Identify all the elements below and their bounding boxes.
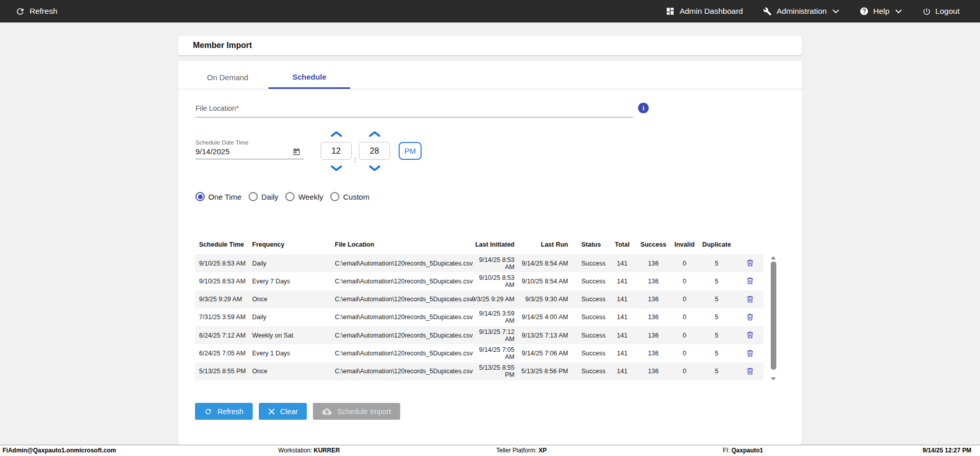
admin-dashboard-link[interactable]: Admin Dashboard — [666, 7, 743, 16]
page-title-card: Member Import — [178, 36, 802, 55]
cell-frequency: Every 1 Days — [250, 344, 332, 362]
cell-frequency: Once — [250, 363, 332, 380]
recurrence-options: One Time Daily Weekly Custom — [195, 192, 802, 201]
cell-file-location: C:\email\Automation\120records_5Dupicate… — [332, 326, 471, 344]
tab-schedule[interactable]: Schedule — [268, 66, 350, 89]
cell-duplicate: 5 — [697, 326, 736, 344]
help-label: Help — [873, 7, 890, 16]
hour-increment-button[interactable] — [330, 130, 343, 138]
delete-row-button[interactable] — [745, 275, 755, 286]
delete-row-button[interactable] — [745, 294, 755, 305]
minute-decrement-button[interactable] — [368, 164, 381, 172]
cell-success: 136 — [635, 363, 672, 380]
refresh-button[interactable]: Refresh — [195, 403, 253, 420]
cell-invalid: 0 — [672, 363, 697, 380]
delete-row-button[interactable] — [745, 329, 755, 341]
radio-one-time[interactable]: One Time — [195, 192, 241, 201]
help-menu[interactable]: Help — [860, 7, 902, 16]
table-row: 9/10/25 8:53 AM Daily C:\email\Automatio… — [195, 254, 764, 272]
cell-duplicate: 5 — [697, 363, 736, 380]
clear-button-label: Clear — [280, 407, 298, 416]
cell-schedule-time: 9/10/25 8:53 AM — [195, 272, 250, 290]
workstation-label: Workstation: — [278, 447, 312, 454]
delete-row-button[interactable] — [745, 348, 755, 359]
hour-decrement-button[interactable] — [330, 164, 343, 172]
col-frequency: Frequency — [250, 241, 332, 254]
teller-platform-label: Teller Platform: — [496, 447, 537, 454]
minute-input[interactable]: 28 — [359, 142, 390, 160]
refresh-button-label: Refresh — [217, 407, 243, 416]
schedule-date-value: 9/14/2025 — [195, 147, 230, 156]
table-scrollbar[interactable] — [770, 256, 776, 380]
schedule-import-button-label: Schedule Import — [337, 407, 391, 416]
time-colon: : — [352, 155, 359, 164]
administration-menu[interactable]: Administration — [763, 7, 839, 16]
cell-total: 141 — [609, 308, 635, 326]
cell-invalid: 0 — [672, 326, 697, 344]
scrollbar-thumb[interactable] — [771, 261, 776, 370]
delete-row-button[interactable] — [745, 366, 755, 377]
cell-schedule-time: 9/3/25 9:29 AM — [195, 291, 250, 308]
cell-invalid: 0 — [672, 308, 697, 326]
cell-total: 141 — [609, 326, 635, 344]
cell-frequency: Daily — [250, 308, 332, 326]
delete-row-button[interactable] — [745, 311, 755, 323]
cell-file-location: C:\email\Automation\120records_5Dupicate… — [332, 363, 471, 380]
radio-label: One Time — [208, 193, 241, 201]
cell-file-location: C:\email\Automation\120records_5Dupicate… — [332, 344, 471, 362]
cell-last-run: 9/14/25 7:06 AM — [517, 344, 570, 362]
schedule-date-field[interactable]: Schedule Date Time 9/14/2025 — [195, 139, 304, 159]
cell-last-initiated: 9/10/25 8:53 AM — [471, 272, 517, 290]
refresh-icon — [15, 7, 25, 16]
cell-duplicate: 5 — [697, 308, 736, 326]
scroll-up-arrow-icon[interactable] — [771, 256, 776, 259]
cell-frequency: Daily — [250, 254, 332, 272]
radio-custom[interactable]: Custom — [330, 192, 370, 201]
minute-increment-button[interactable] — [368, 130, 381, 138]
calendar-icon[interactable] — [292, 148, 301, 156]
topbar-refresh-button[interactable]: Refresh — [15, 7, 57, 16]
cell-success: 136 — [635, 308, 672, 326]
table-row: 9/10/25 8:53 AM Every 7 Days C:\email\Au… — [195, 272, 764, 290]
cell-schedule-time: 9/10/25 8:53 AM — [195, 254, 250, 272]
refresh-icon — [204, 407, 212, 416]
tab-on-demand[interactable]: On Demand — [187, 66, 268, 89]
info-icon[interactable]: i — [638, 103, 649, 113]
footer-user: FiAdmin@Qaxpauto1.onmicrosoft.com — [3, 447, 116, 454]
col-success: Success — [635, 241, 672, 254]
col-schedule-time: Schedule Time — [195, 241, 250, 254]
logout-button[interactable]: Logout — [922, 7, 960, 16]
radio-label: Custom — [343, 193, 370, 201]
fi-label: FI: — [723, 447, 730, 454]
cell-file-location: C:\email\Automation\120records_5Dupicate… — [332, 308, 471, 326]
workstation-value: KURRER — [313, 447, 339, 454]
admin-dashboard-label: Admin Dashboard — [679, 7, 743, 16]
delete-row-button[interactable] — [745, 257, 755, 269]
clear-button[interactable]: Clear — [259, 403, 307, 420]
chevron-down-icon — [895, 9, 902, 14]
meridiem-toggle-button[interactable]: PM — [399, 142, 422, 160]
cell-frequency: Once — [250, 291, 332, 308]
cell-success: 136 — [635, 272, 672, 290]
radio-label: Daily — [261, 193, 278, 201]
wrench-icon — [763, 7, 772, 16]
scroll-down-arrow-icon[interactable] — [771, 377, 776, 380]
col-total: Total — [609, 241, 635, 254]
cell-frequency: Every 7 Days — [250, 272, 332, 290]
radio-daily[interactable]: Daily — [249, 192, 278, 201]
cell-status: Success — [570, 291, 609, 308]
close-icon — [268, 408, 275, 415]
radio-weekly[interactable]: Weekly — [285, 192, 323, 201]
table-row: 6/24/25 7:05 AM Every 1 Days C:\email\Au… — [195, 344, 764, 362]
cell-status: Success — [570, 363, 609, 380]
cell-last-run: 9/14/25 8:54 AM — [517, 254, 570, 272]
cell-success: 136 — [635, 291, 672, 308]
cell-success: 136 — [635, 344, 672, 362]
dashboard-grid-icon — [666, 7, 675, 16]
cell-last-initiated: 9/3/25 9:29 AM — [471, 291, 517, 308]
schedule-import-button[interactable]: Schedule Import — [313, 403, 400, 420]
cell-status: Success — [570, 272, 609, 290]
file-location-input[interactable]: File Location* — [195, 104, 633, 117]
hour-input[interactable]: 12 — [321, 142, 352, 160]
radio-circle — [249, 192, 258, 201]
